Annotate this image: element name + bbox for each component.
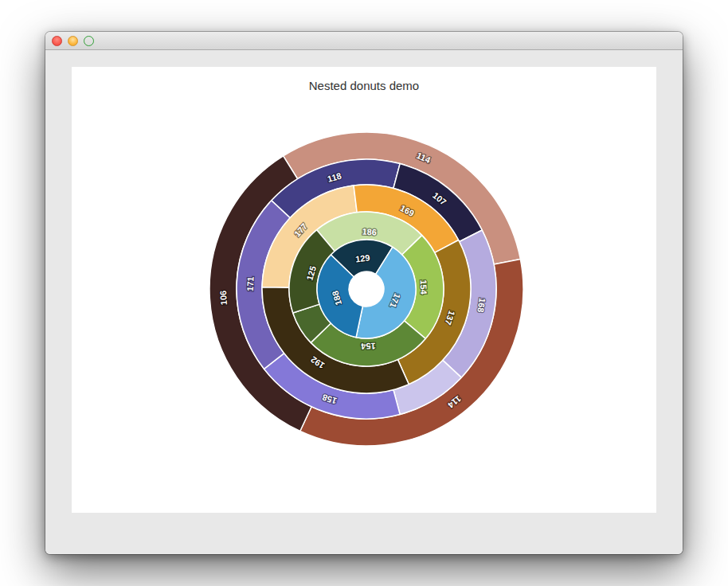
segment-label: 154 (360, 342, 376, 352)
minimize-button[interactable] (68, 36, 78, 46)
window-content: Nested donuts demo 114114106118107168158… (45, 50, 683, 554)
zoom-button[interactable] (84, 36, 94, 46)
segment-label: 186 (362, 227, 377, 237)
close-button[interactable] (52, 36, 62, 46)
app-window: Nested donuts demo 114114106118107168158… (45, 32, 683, 554)
segment-label: 129 (354, 252, 370, 264)
chart-panel: Nested donuts demo 114114106118107168158… (72, 67, 656, 513)
segment-label: 168 (476, 297, 487, 313)
segment-label: 171 (245, 276, 256, 291)
segment-label: 106 (218, 290, 229, 305)
segment-label: 154 (419, 279, 429, 295)
window-titlebar[interactable] (45, 32, 683, 50)
nested-donut-chart: 1141141061181071681581711771691371921861… (72, 67, 656, 513)
screenshot-stage: Nested donuts demo 114114106118107168158… (0, 0, 728, 586)
